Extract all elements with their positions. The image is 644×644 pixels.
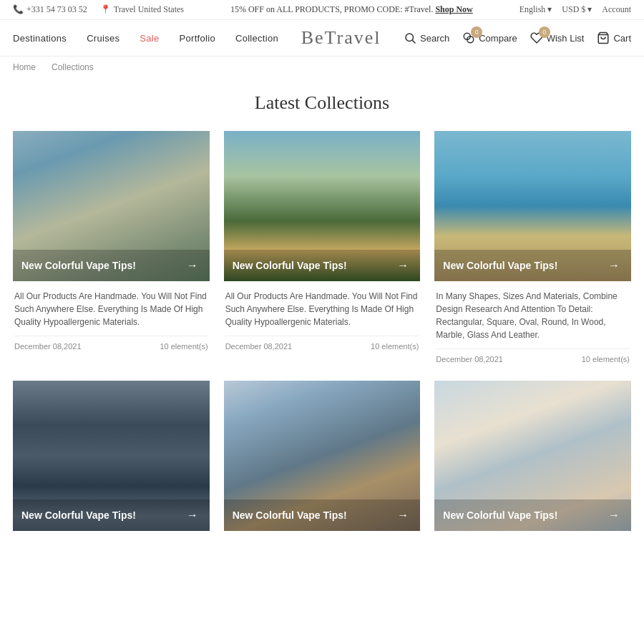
chevron-down-icon: ▾ xyxy=(587,4,592,15)
collection-caption: New Colorful Vape Tips!→ xyxy=(434,499,631,531)
language-selector[interactable]: English ▾ xyxy=(519,4,552,15)
search-button[interactable]: Search xyxy=(404,31,449,44)
arrow-right-icon[interactable]: → xyxy=(605,257,623,274)
collection-meta: December 08,202110 element(s) xyxy=(436,355,630,364)
collections-grid: New Colorful Vape Tips!→All Our Products… xyxy=(0,131,644,545)
nav-cruises[interactable]: Cruises xyxy=(87,33,119,44)
collection-caption: New Colorful Vape Tips!→ xyxy=(224,250,421,281)
collection-elements: 10 element(s) xyxy=(160,342,208,351)
search-icon xyxy=(404,31,416,44)
chevron-down-icon: ▾ xyxy=(547,4,552,15)
collection-info: All Our Products Are Handmade. You Will … xyxy=(224,281,421,353)
collection-card[interactable]: New Colorful Vape Tips!→All Our Products… xyxy=(224,131,421,366)
top-bar-left: 📞 +331 54 73 03 52 📍 Travel United State… xyxy=(13,4,184,15)
shop-now-link[interactable]: Shop Now xyxy=(435,4,472,14)
collection-caption: New Colorful Vape Tips!→ xyxy=(434,250,631,281)
collection-title: New Colorful Vape Tips! xyxy=(233,509,347,521)
collection-image-wrapper: New Colorful Vape Tips!→ xyxy=(13,131,210,281)
collection-image-wrapper: New Colorful Vape Tips!→ xyxy=(224,131,421,281)
breadcrumb-home[interactable]: Home xyxy=(13,62,36,72)
nav-portfolio[interactable]: Portfolio xyxy=(180,33,215,44)
cart-button[interactable]: Cart xyxy=(597,31,631,44)
currency-selector[interactable]: USD $ ▾ xyxy=(562,4,592,15)
collection-info: All Our Products Are Handmade. You Will … xyxy=(13,281,210,353)
svg-line-1 xyxy=(412,40,415,43)
collection-divider xyxy=(225,336,419,336)
breadcrumb-current: Collections xyxy=(52,62,94,72)
wishlist-badge: 0 xyxy=(539,26,550,38)
collection-caption: New Colorful Vape Tips!→ xyxy=(13,250,210,281)
nav-destinations[interactable]: Destinations xyxy=(13,33,67,44)
phone-number: 📞 +331 54 73 03 52 xyxy=(13,4,87,15)
collection-title: New Colorful Vape Tips! xyxy=(443,260,557,271)
collection-image-wrapper: New Colorful Vape Tips!→ xyxy=(224,381,421,531)
collection-card[interactable]: New Colorful Vape Tips!→ xyxy=(434,381,631,531)
cart-icon xyxy=(597,31,610,44)
collection-info: In Many Shapes, Sizes And Materials, Com… xyxy=(434,281,631,366)
nav-bar: Destinations Cruises Sale Portfolio Coll… xyxy=(0,20,644,57)
collection-divider xyxy=(14,336,208,336)
collection-description: All Our Products Are Handmade. You Will … xyxy=(14,290,208,328)
account-link[interactable]: Account xyxy=(602,4,631,15)
collection-date: December 08,2021 xyxy=(14,342,82,351)
collection-card[interactable]: New Colorful Vape Tips!→ xyxy=(13,381,210,531)
collection-caption: New Colorful Vape Tips!→ xyxy=(224,499,421,531)
breadcrumb: Home Collections xyxy=(0,57,644,78)
collection-title: New Colorful Vape Tips! xyxy=(443,509,557,521)
nav-sale[interactable]: Sale xyxy=(140,33,159,44)
wishlist-button[interactable]: 0 Wish List xyxy=(530,31,585,44)
collection-date: December 08,2021 xyxy=(225,342,293,351)
collection-title: New Colorful Vape Tips! xyxy=(21,509,136,521)
arrow-right-icon[interactable]: → xyxy=(184,257,201,274)
arrow-right-icon[interactable]: → xyxy=(394,507,411,524)
nav-links: Destinations Cruises Sale Portfolio Coll… xyxy=(13,33,278,44)
arrow-right-icon[interactable]: → xyxy=(184,507,201,524)
collection-title: New Colorful Vape Tips! xyxy=(233,260,347,271)
collection-meta: December 08,202110 element(s) xyxy=(225,342,419,351)
collection-caption: New Colorful Vape Tips!→ xyxy=(13,499,210,531)
nav-actions: Search 0 Compare 0 Wish List Cart xyxy=(404,31,631,44)
collection-image-wrapper: New Colorful Vape Tips!→ xyxy=(13,381,210,531)
collection-image-wrapper: New Colorful Vape Tips!→ xyxy=(434,131,631,281)
collection-description: All Our Products Are Handmade. You Will … xyxy=(225,290,419,328)
collection-card[interactable]: New Colorful Vape Tips!→In Many Shapes, … xyxy=(434,131,631,366)
collection-card[interactable]: New Colorful Vape Tips!→ xyxy=(224,381,421,531)
collection-image-wrapper: New Colorful Vape Tips!→ xyxy=(434,381,631,531)
collection-elements: 10 element(s) xyxy=(371,342,419,351)
promo-banner: 15% OFF on ALL PRODUCTS, PROMO CODE: #Tr… xyxy=(230,4,473,15)
site-logo[interactable]: BeTravel xyxy=(301,27,381,49)
location-icon: 📍 xyxy=(100,4,111,15)
collection-divider xyxy=(436,348,630,349)
collection-title: New Colorful Vape Tips! xyxy=(21,260,136,271)
arrow-right-icon[interactable]: → xyxy=(394,257,411,274)
phone-icon: 📞 xyxy=(13,4,24,15)
collection-meta: December 08,202110 element(s) xyxy=(14,342,208,351)
compare-button[interactable]: 0 Compare xyxy=(462,31,517,44)
top-bar-right: English ▾ USD $ ▾ Account xyxy=(519,4,631,15)
collection-card[interactable]: New Colorful Vape Tips!→All Our Products… xyxy=(13,131,210,366)
collection-description: In Many Shapes, Sizes And Materials, Com… xyxy=(436,290,630,341)
arrow-right-icon[interactable]: → xyxy=(605,507,623,524)
page-title: Latest Collections xyxy=(0,92,644,114)
collection-date: December 08,2021 xyxy=(436,355,503,364)
top-bar: 📞 +331 54 73 03 52 📍 Travel United State… xyxy=(0,0,644,20)
location-info: 📍 Travel United States xyxy=(100,4,184,15)
nav-collection[interactable]: Collection xyxy=(235,33,278,44)
collection-elements: 10 element(s) xyxy=(582,355,630,364)
svg-point-0 xyxy=(406,34,414,42)
